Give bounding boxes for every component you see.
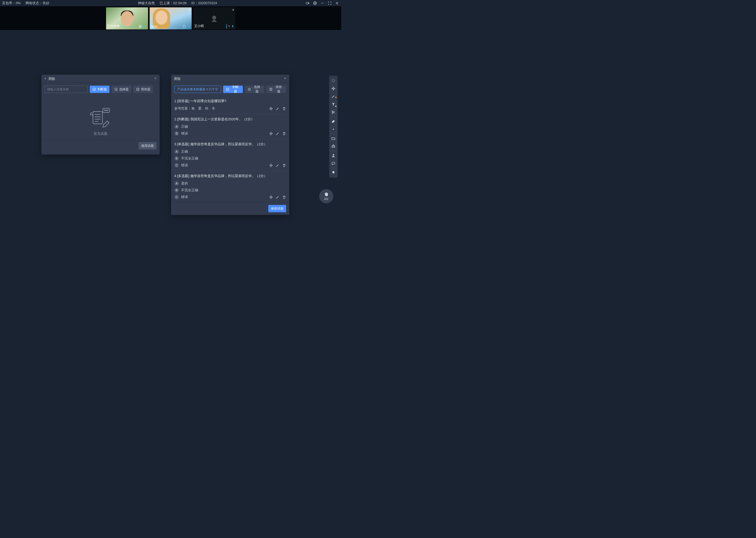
question-option[interactable]: A正确: [174, 124, 286, 129]
empty-quiz-icon: [89, 107, 112, 129]
option-badge: C: [174, 195, 179, 199]
add-judge-button[interactable]: 判断题: [90, 86, 110, 93]
scissors-tool-icon[interactable]: [329, 108, 338, 116]
question-option[interactable]: C错误: [174, 163, 286, 168]
move-question-icon[interactable]: [269, 163, 273, 167]
option-badge: A: [174, 124, 179, 129]
pointer-tool-icon[interactable]: [329, 77, 338, 84]
option-text: 错译: [181, 195, 188, 199]
option-text: 错误: [181, 163, 188, 168]
settings-icon[interactable]: [313, 1, 317, 5]
folder-tool-icon[interactable]: [329, 134, 338, 142]
delete-question-icon[interactable]: [282, 195, 286, 199]
laser-tool-icon[interactable]: [329, 125, 338, 133]
option-text: 正确: [181, 124, 188, 129]
question-option[interactable]: B不完全正确: [174, 188, 286, 192]
add-short-answer-button[interactable]: 简答题: [133, 86, 153, 93]
add-choice-button[interactable]: 选择题: [112, 86, 131, 93]
svg-rect-0: [306, 2, 308, 4]
edit-question-icon[interactable]: [276, 163, 280, 167]
question-option[interactable]: A正确: [174, 149, 286, 154]
fullscreen-icon[interactable]: [328, 1, 332, 5]
close-icon[interactable]: [154, 77, 157, 81]
edit-question-icon[interactable]: [276, 107, 280, 111]
option-badge: B: [174, 188, 179, 192]
participant-name: 叮当老师: [107, 24, 120, 28]
question-title: 2 [判断题] 我国宪法上一次更新是在2020年。（2分）: [174, 117, 286, 122]
quiz-name-input[interactable]: [45, 86, 88, 93]
video-tile-student[interactable]: × Nina: [150, 7, 192, 29]
option-badge: B: [174, 156, 179, 161]
delete-question-icon[interactable]: [282, 132, 286, 135]
question-block: 1 [简答题] 一年四季分别是哪四季?参考答案：春、夏、秋、冬: [174, 96, 286, 114]
quiz-panel-empty: 测验 判断题 选择题 简答题: [41, 75, 160, 154]
video-tile-student[interactable]: × 王小明: [193, 7, 235, 29]
bell-icon[interactable]: [329, 169, 338, 177]
svg-point-22: [333, 154, 334, 155]
option-badge: A: [174, 181, 179, 186]
svg-rect-15: [226, 88, 229, 90]
svg-point-20: [333, 129, 334, 130]
svg-rect-2: [145, 25, 146, 27]
quiz-name-chip[interactable]: 产品说试卷名称最多十六个字: [174, 86, 221, 93]
tools-dock: [329, 76, 338, 178]
add-judge-button[interactable]: 判断题: [223, 86, 243, 93]
elapsed-time-label: 已上课：02:34:09: [160, 1, 187, 6]
pen-tool-icon[interactable]: [329, 92, 338, 100]
add-short-answer-button[interactable]: 简答题: [266, 86, 286, 93]
back-icon[interactable]: [44, 77, 47, 81]
eraser-tool-icon[interactable]: [329, 117, 338, 125]
close-window-icon[interactable]: [335, 1, 339, 5]
option-text: 不完全正确: [181, 188, 198, 192]
edit-question-icon[interactable]: [276, 195, 280, 199]
packet-loss-label: 丢包率：0%: [2, 1, 21, 6]
tile-close-icon[interactable]: ×: [232, 8, 234, 12]
hand-icon: [324, 192, 329, 197]
question-option[interactable]: B不完全正确: [174, 156, 286, 161]
video-tile-teacher[interactable]: 叮当老师: [106, 7, 148, 29]
svg-point-4: [213, 16, 216, 20]
svg-point-13: [106, 110, 107, 111]
chat-icon[interactable]: [329, 159, 338, 167]
question-title: 1 [简答题] 一年四季分别是哪四季?: [174, 99, 286, 103]
question-list: 1 [简答题] 一年四季分别是哪四季?参考答案：春、夏、秋、冬 2 [判断题] …: [171, 96, 289, 202]
move-question-icon[interactable]: [269, 107, 273, 111]
question-option[interactable]: C错译: [174, 195, 286, 199]
hand-raise-fab[interactable]: 0/2: [319, 189, 333, 203]
participants-icon[interactable]: [329, 152, 338, 159]
camera-toggle-icon[interactable]: [306, 1, 310, 5]
add-choice-button[interactable]: 选择题: [245, 86, 264, 93]
question-block: 4 [多选题] 施华洛世奇是反华品牌，所以梁鼎琪反华。（2分）A是的B不完全正确…: [174, 171, 286, 202]
question-title: 4 [多选题] 施华洛世奇是反华品牌，所以梁鼎琪反华。（2分）: [174, 174, 286, 178]
move-tool-icon[interactable]: [329, 84, 338, 92]
panel-title: 测验: [174, 77, 181, 81]
option-badge: B: [174, 131, 179, 136]
question-option[interactable]: A是的: [174, 181, 286, 186]
svg-rect-7: [93, 88, 95, 90]
tile-close-icon[interactable]: ×: [188, 8, 191, 12]
edit-question-icon[interactable]: [276, 132, 280, 135]
svg-point-1: [314, 3, 315, 4]
class-title: 神秘大自然: [138, 1, 155, 6]
close-icon[interactable]: [283, 77, 287, 81]
svg-rect-10: [93, 112, 102, 124]
empty-state: 暂无试题: [45, 107, 157, 136]
quiz-panel-populated: 测验 产品说试卷名称最多十六个字 判断题 选择题 简答题 1 [简答题] 一年四…: [171, 75, 289, 215]
save-quiz-button[interactable]: 保存试卷: [139, 142, 157, 149]
mic-indicator-icon: [143, 24, 147, 28]
top-status-bar: 丢包率：0% 网络状态：良好 神秘大自然 已上课：02:34:09 ID：202…: [0, 0, 341, 6]
question-option[interactable]: B错误: [174, 131, 286, 136]
reference-answer: 参考答案：春、夏、秋、冬: [174, 106, 286, 111]
move-question-icon[interactable]: [269, 132, 273, 135]
delete-question-icon[interactable]: [282, 107, 286, 111]
minimize-icon[interactable]: [320, 1, 324, 5]
save-quiz-button[interactable]: 保存试卷: [268, 205, 286, 212]
option-text: 正确: [181, 149, 188, 154]
recording-indicator-icon: [183, 25, 186, 28]
session-id-label: ID：2020070324: [191, 1, 217, 6]
delete-question-icon[interactable]: [282, 163, 286, 167]
text-tool-icon[interactable]: [329, 100, 338, 108]
move-question-icon[interactable]: [269, 195, 273, 199]
toolbox-icon[interactable]: [329, 142, 338, 150]
svg-point-14: [107, 110, 108, 111]
